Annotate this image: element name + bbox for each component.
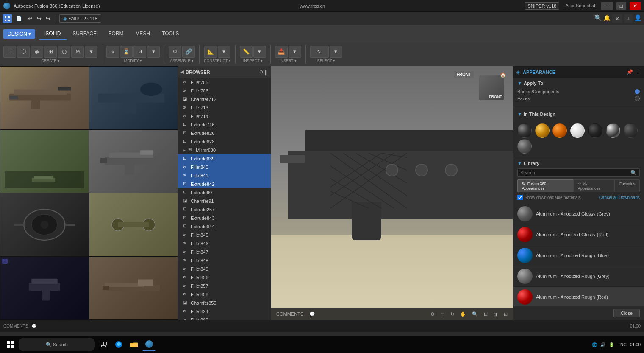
browser-item-fillet849[interactable]: ⌀Fillet849 bbox=[178, 265, 271, 273]
modify-btn-1[interactable]: ⟡ bbox=[106, 46, 119, 58]
undo-button[interactable]: ↩ bbox=[26, 14, 34, 22]
swatch-white[interactable] bbox=[570, 123, 585, 138]
modify-dropdown[interactable]: ▾ bbox=[147, 46, 160, 58]
library-search-input[interactable] bbox=[520, 170, 630, 175]
3d-viewport[interactable]: FRONT 🏠 FRONT COMMENTS 💬 ⚙ ◻ ↻ ✋ 🔍 ⊞ ◑ ⊡ bbox=[271, 66, 513, 320]
create-btn-3[interactable]: ◈ bbox=[31, 46, 43, 58]
create-btn-5[interactable]: ◷ bbox=[58, 46, 70, 58]
edge-browser-btn[interactable] bbox=[112, 338, 125, 351]
create-btn-6[interactable]: ⊕ bbox=[71, 46, 84, 58]
insert-dropdown[interactable]: ▾ bbox=[289, 46, 301, 58]
maximize-button[interactable]: □ bbox=[616, 2, 626, 10]
swatch-dark-metal[interactable] bbox=[517, 123, 532, 138]
material-item-2[interactable]: Aluminum - Anodized Rough (Blue) bbox=[513, 245, 644, 266]
create-btn-2[interactable]: ⬡ bbox=[17, 46, 30, 58]
select-dropdown[interactable]: ▾ bbox=[330, 46, 342, 58]
browser-item-mirror830[interactable]: ▶⊞Mirror830 bbox=[178, 146, 271, 154]
browser-item-chamfer859[interactable]: ◪Chamfer859 bbox=[178, 299, 271, 307]
create-dropdown[interactable]: ▾ bbox=[85, 46, 97, 58]
appearance-pin-icon[interactable]: 📌 bbox=[627, 69, 633, 75]
comment-icon[interactable]: 💬 bbox=[308, 311, 317, 318]
select-btn-1[interactable]: ↖ bbox=[310, 46, 329, 58]
browser-item-extrude828[interactable]: ⊡Extrude828 bbox=[178, 137, 271, 146]
browser-item-fillet848[interactable]: ⌀Fillet848 bbox=[178, 256, 271, 265]
browser-item-extrude716[interactable]: ⊡Extrude716 bbox=[178, 120, 271, 129]
browser-item-chamfer712[interactable]: ◪Chamfer712 bbox=[178, 95, 271, 104]
browser-item-extrude839[interactable]: ⊡Extrude839 bbox=[178, 154, 271, 163]
wireframe-icon[interactable]: ⊡ bbox=[502, 311, 509, 318]
browser-more-icon[interactable]: ▌ bbox=[265, 70, 268, 75]
browser-item-fillet858[interactable]: ⌀Fillet858 bbox=[178, 290, 271, 299]
construct-dropdown[interactable]: ▾ bbox=[218, 46, 230, 58]
browser-item-fillet847[interactable]: ⌀Fillet847 bbox=[178, 248, 271, 256]
swatch-dark[interactable] bbox=[588, 123, 602, 138]
comment-add-icon[interactable]: 💬 bbox=[31, 324, 36, 328]
tab-form[interactable]: FORM bbox=[103, 28, 129, 40]
browser-item-chamfer91[interactable]: ◪Chamfer91 bbox=[178, 197, 271, 205]
apps-icon[interactable] bbox=[3, 14, 12, 23]
inspect-btn-1[interactable]: 📏 bbox=[240, 46, 253, 58]
browser-item-fillet840[interactable]: ⌀Fillet840 bbox=[178, 163, 271, 171]
swatch-orange[interactable] bbox=[552, 123, 567, 138]
swatch-gold[interactable] bbox=[535, 123, 550, 138]
material-item-4[interactable]: Aluminum - Anodized Rough (Red) bbox=[513, 287, 644, 306]
material-item-1[interactable]: Aluminum - Anodized Glossy (Red) bbox=[513, 224, 644, 245]
fusion-appearances-tab[interactable]: ↻ Fusion 360 Appearances bbox=[517, 179, 573, 192]
cancel-all-downloads-btn[interactable]: Cancel all Downloads bbox=[599, 195, 640, 200]
close-button[interactable]: ✕ bbox=[630, 2, 641, 10]
browser-item-fillet714[interactable]: ⌀Fillet714 bbox=[178, 112, 271, 120]
navigation-cube[interactable]: FRONT 🏠 bbox=[475, 70, 508, 104]
appearance-more-icon[interactable]: ⋮ bbox=[636, 69, 641, 75]
search-taskbar-btn[interactable]: 🔍 Search bbox=[19, 338, 95, 351]
design-dropdown[interactable]: DESIGN ▾ bbox=[3, 29, 35, 39]
modify-btn-3[interactable]: ⊿ bbox=[133, 46, 146, 58]
browser-item-fillet841[interactable]: ⌀Fillet841 bbox=[178, 171, 271, 180]
insert-btn-1[interactable]: 📥 bbox=[275, 46, 288, 58]
assemble-btn-2[interactable]: 🔗 bbox=[182, 46, 195, 58]
browser-item-fillet856[interactable]: ⌀Fillet856 bbox=[178, 273, 271, 282]
browser-item-fillet824[interactable]: ⌀Fillet824 bbox=[178, 307, 271, 316]
user-icon[interactable]: 👤 bbox=[634, 14, 641, 23]
show-downloadable-checkbox[interactable] bbox=[517, 195, 523, 200]
modify-btn-2[interactable]: ⌛ bbox=[120, 46, 133, 58]
notify-icon[interactable]: 🔔 bbox=[603, 14, 611, 23]
windows-start-btn[interactable] bbox=[3, 338, 17, 351]
favorites-tab[interactable]: Favorites bbox=[615, 179, 640, 192]
tab-tools[interactable]: TOOLS bbox=[156, 28, 185, 40]
zoom-icon[interactable]: 🔍 bbox=[470, 311, 480, 318]
shading-icon[interactable]: ◑ bbox=[492, 311, 500, 318]
browser-item-extrude257[interactable]: ⊡Extrude257 bbox=[178, 205, 271, 214]
redo-button[interactable]: ↪ bbox=[35, 14, 43, 22]
explorer-btn[interactable] bbox=[127, 338, 141, 351]
browser-search-icon[interactable]: ⊕ bbox=[259, 69, 263, 75]
bodies-components-radio[interactable] bbox=[635, 89, 640, 94]
my-appearances-tab[interactable]: ☆ My Appearances bbox=[573, 179, 615, 192]
browser-item-extrude843[interactable]: ⊡Extrude843 bbox=[178, 214, 271, 222]
create-btn-4[interactable]: ⊞ bbox=[44, 46, 57, 58]
browser-item-fillet705[interactable]: ⌀Fillet705 bbox=[178, 78, 271, 87]
browser-item-extrude844[interactable]: ⊡Extrude844 bbox=[178, 222, 271, 231]
pan-icon[interactable]: ✋ bbox=[458, 311, 468, 318]
browser-item-extrude826[interactable]: ⊡Extrude826 bbox=[178, 129, 271, 137]
material-item-3[interactable]: Aluminum - Anodized Rough (Grey) bbox=[513, 266, 644, 287]
minimize-button[interactable]: — bbox=[601, 2, 613, 10]
search-icon-menubar[interactable]: 🔍 bbox=[594, 14, 602, 23]
close-tab-btn[interactable]: ✕ bbox=[612, 14, 622, 23]
browser-item-fillet900[interactable]: ⌀Fillet900 bbox=[178, 316, 271, 320]
browser-item-fillet845[interactable]: ⌀Fillet845 bbox=[178, 231, 271, 239]
tab-surface[interactable]: SURFACE bbox=[67, 28, 103, 40]
swatch-dark2[interactable] bbox=[623, 123, 638, 138]
file-menu-item[interactable]: 📄 bbox=[14, 14, 25, 22]
fusion360-taskbar-btn[interactable] bbox=[142, 338, 156, 351]
tab-mesh[interactable]: MESH bbox=[129, 28, 156, 40]
orbit-icon[interactable]: ↻ bbox=[449, 311, 456, 318]
browser-item-fillet713[interactable]: ⌀Fillet713 bbox=[178, 104, 271, 112]
faces-radio[interactable] bbox=[635, 96, 640, 101]
assemble-btn-1[interactable]: ⚙ bbox=[169, 46, 181, 58]
create-btn-1[interactable]: □ bbox=[3, 46, 16, 58]
browser-item-fillet846[interactable]: ⌀Fillet846 bbox=[178, 239, 271, 248]
add-tab-btn[interactable]: + bbox=[624, 14, 633, 23]
view-cube-icon[interactable]: ◻ bbox=[439, 311, 446, 318]
view-mode-icon[interactable]: ⊞ bbox=[482, 311, 489, 318]
browser-item-extrude842[interactable]: ⊡Extrude842 bbox=[178, 180, 271, 188]
